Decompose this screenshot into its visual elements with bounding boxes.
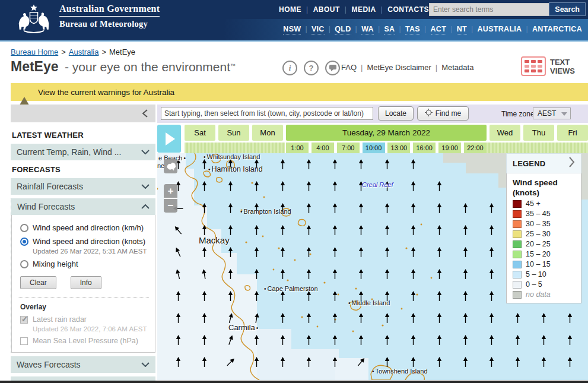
time-1:00[interactable]: 1:00 xyxy=(286,143,309,153)
collapse-left-icon[interactable] xyxy=(142,109,148,120)
time-track[interactable] xyxy=(487,143,588,153)
map-canvas[interactable]: e Beach•ne•Whitsunday Island•Hamilton Is… xyxy=(157,153,588,380)
radio-button[interactable] xyxy=(20,260,28,268)
radio-button[interactable] xyxy=(20,224,28,232)
breadcrumb-link[interactable]: Bureau Home xyxy=(11,48,58,56)
state-nav-nsw[interactable]: NSW xyxy=(283,25,301,34)
latest-weather-heading: LATEST WEATHER xyxy=(12,131,155,140)
text-views-label: TEXT VIEWS xyxy=(550,58,575,75)
legend-item: 25 – 30 xyxy=(513,230,581,238)
state-nav-nt[interactable]: NT xyxy=(457,25,467,34)
info-button[interactable]: Info xyxy=(71,276,101,289)
day-mon[interactable]: Mon xyxy=(252,125,283,141)
play-button[interactable] xyxy=(157,125,181,153)
wind-arrow xyxy=(410,181,417,192)
collapse-right-icon[interactable] xyxy=(568,157,575,170)
radio-label: Mixing height xyxy=(33,259,78,268)
accordion-waves[interactable]: Waves Forecasts xyxy=(11,356,155,373)
wind-arrow xyxy=(410,225,417,236)
time-13:00[interactable]: 13:00 xyxy=(387,143,410,153)
zoom-out-button[interactable]: − xyxy=(164,198,177,213)
time-4:00[interactable]: 4:00 xyxy=(312,143,334,153)
find-me-button[interactable]: Find me xyxy=(417,106,469,121)
legend-swatch xyxy=(513,291,522,299)
site-search-input[interactable] xyxy=(429,3,555,16)
day-wed[interactable]: Wed xyxy=(490,125,520,141)
link-meteye-disclaimer[interactable]: MetEye Disclaimer xyxy=(367,63,431,72)
breadcrumb-current: MetEye xyxy=(109,48,135,56)
state-nav-act[interactable]: ACT xyxy=(431,25,447,34)
wind-arrow xyxy=(462,357,469,368)
wind-arrow xyxy=(306,269,312,280)
logo-text: Australian Government Bureau of Meteorol… xyxy=(59,4,160,29)
top-nav-media[interactable]: MEDIA xyxy=(351,5,376,14)
legend-item: 45 + xyxy=(513,200,581,208)
location-search-input[interactable] xyxy=(161,107,373,120)
top-nav-home[interactable]: HOME xyxy=(279,5,301,14)
bom-logo[interactable]: Australian Government Bureau of Meteorol… xyxy=(17,4,160,36)
place-name: Mackay xyxy=(199,235,230,245)
time-22:00[interactable]: 22:00 xyxy=(464,143,487,153)
state-nav-sa[interactable]: SA xyxy=(384,25,395,34)
wind-arrow xyxy=(201,203,208,214)
day-selected[interactable]: Tuesday, 29 March 2022 xyxy=(286,125,487,141)
legend-swatch xyxy=(513,240,522,248)
time-19:00[interactable]: 19:00 xyxy=(438,143,461,153)
breadcrumb-link[interactable]: Australia xyxy=(69,48,99,56)
accordion-rainfall[interactable]: Rainfall Forecasts xyxy=(11,178,155,195)
radio-row: Wind speed and direction (km/h) xyxy=(20,223,155,232)
chevron-down-icon xyxy=(141,184,150,189)
time-7:00[interactable]: 7:00 xyxy=(337,143,360,153)
wind-arrow xyxy=(253,181,260,192)
trademark: ™ xyxy=(230,63,236,69)
zoom-full-extent-button[interactable] xyxy=(164,159,177,173)
wind-arrow xyxy=(410,203,417,214)
time-track[interactable] xyxy=(185,143,285,153)
state-nav-vic[interactable]: VIC xyxy=(312,25,325,34)
link-faq[interactable]: FAQ xyxy=(341,63,357,72)
wind-arrow xyxy=(436,247,443,258)
clear-button[interactable]: Clear xyxy=(20,276,56,289)
zoom-in-button[interactable]: + xyxy=(164,184,177,198)
warning-link[interactable]: View the current warnings for Australia xyxy=(38,88,174,97)
info-icon[interactable]: i xyxy=(282,61,297,75)
checkbox xyxy=(20,316,28,324)
day-thu[interactable]: Thu xyxy=(523,125,554,141)
wind-arrow xyxy=(488,269,495,280)
top-nav-about[interactable]: ABOUT xyxy=(313,5,340,14)
wind-arrow xyxy=(227,225,234,236)
locate-button[interactable]: Locate xyxy=(378,106,414,121)
feedback-icon[interactable] xyxy=(325,61,340,75)
accordion-wind[interactable]: Wind Forecasts xyxy=(11,198,155,215)
wind-arrow xyxy=(253,291,260,302)
day-sat[interactable]: Sat xyxy=(185,125,215,141)
state-nav-wa[interactable]: WA xyxy=(361,25,374,34)
separator: | xyxy=(526,25,528,33)
wind-arrow xyxy=(358,203,364,214)
wind-arrow xyxy=(488,291,495,302)
accordion-current-temp[interactable]: Current Temp, Rain, Wind ... xyxy=(11,144,155,160)
wind-arrow xyxy=(436,181,443,192)
state-nav-qld[interactable]: QLD xyxy=(335,25,351,34)
day-fri[interactable]: Fri xyxy=(557,125,588,141)
separator: | xyxy=(329,25,331,33)
time-10:00[interactable]: 10:00 xyxy=(363,143,385,153)
separator: | xyxy=(399,25,401,33)
wind-forecast-panel: Wind speed and direction (km/h)Wind spee… xyxy=(11,215,155,353)
state-nav-australia[interactable]: AUSTRALIA xyxy=(478,25,522,34)
wind-arrow xyxy=(462,203,469,214)
state-nav-antarctica[interactable]: ANTARCTICA xyxy=(532,25,582,34)
wind-arrow xyxy=(384,225,390,236)
time-16:00[interactable]: 16:00 xyxy=(413,143,436,153)
text-views-button[interactable]: TEXT VIEWS xyxy=(521,56,575,76)
timezone-select[interactable]: AEST xyxy=(533,107,571,119)
radio-button[interactable] xyxy=(20,238,28,246)
wind-arrow xyxy=(384,269,390,280)
updated-timestamp: Updated 26 Mar 2022, 5:31 AM AEST xyxy=(33,248,155,255)
state-nav-tas[interactable]: TAS xyxy=(405,25,420,34)
site-search-button[interactable]: Search xyxy=(549,2,586,16)
link-metadata[interactable]: Metadata xyxy=(441,63,473,72)
help-icon[interactable]: ? xyxy=(304,61,319,75)
top-nav-contacts[interactable]: CONTACTS xyxy=(387,5,429,14)
day-sun[interactable]: Sun xyxy=(218,125,249,141)
